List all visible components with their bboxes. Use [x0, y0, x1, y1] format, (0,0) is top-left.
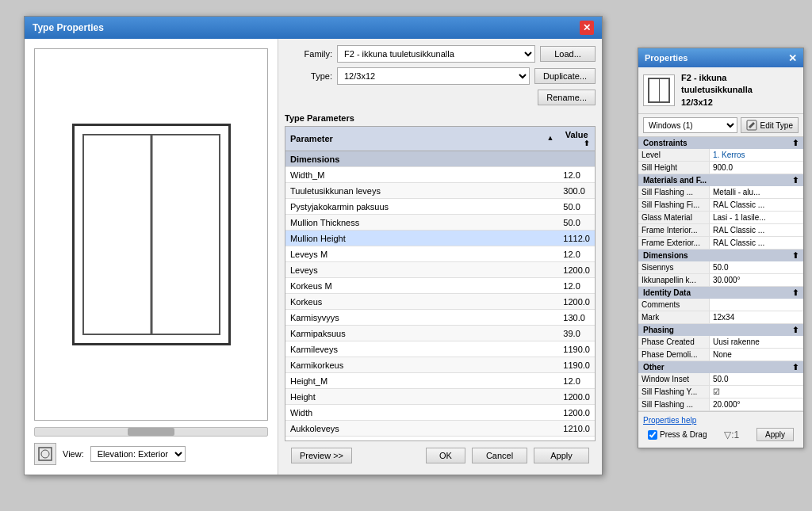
horizontal-scrollbar[interactable]	[34, 427, 268, 437]
identity-data-section: Identity Data ⬆	[638, 287, 803, 299]
scroll-thumb	[128, 428, 174, 436]
table-row: Width 1200.0	[285, 405, 595, 421]
properties-content: Constraints ⬆ Level 1. Kerros Sill Heigh…	[638, 137, 803, 411]
table-row-mullion-height: Mullion Height 1112.0	[285, 231, 595, 246]
sill-flashing-fi-row: Sill Flashing Fi... RAL Classic ...	[638, 199, 803, 212]
table-row: Karmisyvyys 130.0	[285, 310, 595, 326]
view-label: View:	[63, 449, 84, 459]
frame-exterior-row: Frame Exterior... RAL Classic ...	[638, 237, 803, 250]
properties-controls: Windows (1) Edit Type	[638, 114, 803, 137]
type-params-label: Type Parameters	[285, 113, 596, 123]
window-divider	[150, 135, 152, 334]
table-row: Karmileveys 1190.0	[285, 341, 595, 357]
props-dimensions-section: Dimensions ⬆	[638, 250, 803, 261]
properties-type-select[interactable]: Windows (1)	[643, 117, 737, 133]
table-row: Height 1200.0	[285, 389, 595, 405]
duplicate-button[interactable]: Duplicate...	[534, 68, 596, 84]
type-row: Type: 12/3x12 Duplicate...	[285, 67, 596, 85]
window-inner	[82, 134, 220, 335]
window-thumbnail	[643, 74, 675, 106]
view-select[interactable]: Elevation: Exterior	[90, 446, 186, 462]
sill-flashing-y-row: Sill Flashing Y... ☑	[638, 386, 803, 399]
properties-help-link[interactable]: Properties help	[643, 416, 696, 425]
phasing-section: Phasing ⬆	[638, 324, 803, 336]
constraints-section: Constraints ⬆	[638, 137, 803, 149]
dialog-title: Type Properties	[33, 22, 104, 33]
materials-section: Materials and F... ⬆	[638, 174, 803, 186]
sill-flashing-row: Sill Flashing ... Metalli - alu...	[638, 186, 803, 199]
window-icon-inner	[648, 78, 670, 103]
mark-row: Mark 12x34	[638, 311, 803, 324]
level-row: Level 1. Kerros	[638, 149, 803, 162]
properties-close-icon[interactable]: ✕	[788, 52, 797, 64]
preview-icon	[34, 443, 56, 465]
dialog-titlebar: Type Properties ✕	[25, 17, 602, 39]
load-button[interactable]: Load...	[540, 46, 596, 62]
family-select[interactable]: F2 - ikkuna tuuletusikkunalla	[337, 45, 535, 63]
params-table[interactable]: Parameter ▲ Value ⬆ Dimensions	[285, 126, 596, 441]
dialog-close-button[interactable]: ✕	[580, 21, 594, 35]
sill-flashing-angle-row: Sill Flashing ... 20.000°	[638, 399, 803, 411]
cancel-button[interactable]: Cancel	[472, 448, 527, 463]
value-col-header: Value ⬆	[558, 127, 595, 151]
props-bottom-bar: Press & Drag ▽:1 Apply	[643, 425, 799, 444]
type-label: Type:	[285, 71, 332, 81]
family-row: Family: F2 - ikkuna tuuletusikkunalla Lo…	[285, 45, 596, 63]
apply-button[interactable]: Apply	[534, 448, 589, 463]
dialog-buttons: Preview >> OK Cancel Apply	[285, 441, 596, 468]
glass-material-row: Glass Material Lasi - 1 lasile...	[638, 212, 803, 224]
param-col-header: Parameter ▲	[285, 127, 558, 151]
phase-created-row: Phase Created Uusi rakenne	[638, 336, 803, 349]
table-row: Karmikorkeus 1190.0	[285, 357, 595, 373]
svg-point-1	[41, 450, 49, 458]
properties-titlebar: Properties ✕	[638, 48, 803, 67]
filter-icon[interactable]: ▽:1	[724, 429, 739, 440]
properties-panel: Properties ✕ F2 - ikkunatuuletusikkunall…	[638, 48, 804, 448]
table-row: Width_M 12.0	[285, 167, 595, 183]
press-drag-label: Press & Drag	[648, 430, 707, 440]
edit-type-button[interactable]: Edit Type	[741, 117, 799, 133]
window-type-name: F2 - ikkunatuuletusikkunalla12/3x12	[681, 72, 753, 109]
table-row: Aukkoleveys 1210.0	[285, 421, 595, 437]
sisennys-row: Sisennys 50.0	[638, 261, 803, 274]
preview-bottom: View: Elevation: Exterior	[31, 440, 271, 468]
rename-button[interactable]: Rename...	[538, 90, 596, 105]
window-drawing	[72, 124, 231, 345]
ok-button[interactable]: OK	[426, 448, 465, 463]
preview-button[interactable]: Preview >>	[291, 448, 352, 463]
properties-apply-button[interactable]: Apply	[756, 428, 794, 441]
dimensions-section-header: Dimensions	[285, 151, 595, 167]
table-row: Leveys 1200.0	[285, 262, 595, 278]
comments-row: Comments	[638, 299, 803, 311]
table-row: Korkeus M 12.0	[285, 278, 595, 294]
table-row: Leveys M 12.0	[285, 246, 595, 262]
family-label: Family:	[285, 49, 332, 59]
table-row: Tuuletusikkunan leveys 300.0	[285, 183, 595, 199]
properties-title: Properties	[645, 53, 688, 63]
window-preview	[34, 48, 268, 421]
type-properties-dialog: Type Properties ✕	[24, 16, 603, 475]
properties-footer: Properties help Press & Drag ▽:1 Apply	[638, 411, 803, 448]
sill-height-row: Sill Height 900.0	[638, 162, 803, 174]
table-row: Korkeus 1200.0	[285, 294, 595, 310]
edit-icon	[746, 120, 757, 131]
params-pane: Family: F2 - ikkuna tuuletusikkunalla Lo…	[278, 39, 602, 475]
type-select[interactable]: 12/3x12	[337, 67, 530, 85]
preview-pane: View: Elevation: Exterior	[25, 39, 278, 475]
table-row: Mullion Thickness 50.0	[285, 215, 595, 231]
other-section: Other ⬆	[638, 361, 803, 373]
table-row: Pystyjakokarmin paksuus 50.0	[285, 199, 595, 215]
table-row: Karmipaksuus 39.0	[285, 326, 595, 341]
ikkunapellin-row: Ikkunapellin k... 30.000°	[638, 274, 803, 287]
window-inset-row: Window Inset 50.0	[638, 373, 803, 386]
phase-demoli-row: Phase Demoli... None	[638, 349, 803, 361]
svg-rect-0	[39, 448, 52, 460]
press-drag-checkbox[interactable]	[648, 430, 657, 440]
properties-header: F2 - ikkunatuuletusikkunalla12/3x12	[638, 67, 803, 114]
table-row: Height_M 12.0	[285, 373, 595, 389]
frame-interior-row: Frame Interior... RAL Classic ...	[638, 224, 803, 237]
